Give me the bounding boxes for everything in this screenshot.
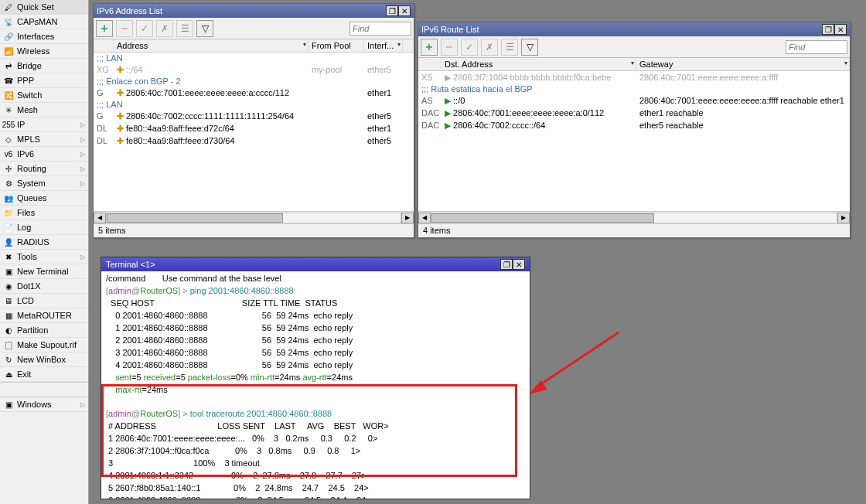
titlebar[interactable]: Terminal <1> ❐ ✕ (101, 257, 530, 271)
sidebar-icon: ⚙ (3, 178, 14, 189)
col-from-pool[interactable]: From Pool (309, 39, 364, 52)
route-icon: ▶ (445, 121, 451, 130)
enable-button[interactable]: ✓ (136, 20, 153, 37)
sidebar-label: Tools (17, 252, 80, 261)
restore-button[interactable]: ❐ (386, 5, 398, 16)
route-row[interactable]: DAC▶ 2806:40c:7002:cccc::/64ether5 reach… (418, 119, 850, 131)
sidebar-item[interactable]: ▣New Terminal (0, 264, 88, 279)
hscrollbar[interactable]: ◀▶ (418, 211, 850, 223)
chevron-right-icon: ▷ (80, 401, 85, 408)
address-row[interactable]: G✚ 2806:40c:7002:cccc:1111:1111:1111:254… (94, 110, 414, 122)
sidebar-item[interactable]: ✳Mesh (0, 103, 88, 117)
ping-header: SEQ HOST SIZE TTL TIME STATUS (106, 298, 337, 308)
sidebar-item[interactable]: 🔀Switch (0, 88, 88, 103)
sidebar-item[interactable]: 👥Queues (0, 191, 88, 206)
chevron-right-icon: ▷ (80, 254, 85, 261)
pool-cell (309, 115, 364, 117)
windows-icon: ▣ (3, 399, 14, 410)
sidebar-item[interactable]: 📶Wireless (0, 44, 88, 59)
sidebar-item[interactable]: 📋Make Supout.rif (0, 338, 88, 352)
pool-cell (309, 92, 364, 94)
sidebar-item[interactable]: ☎PPP (0, 73, 88, 88)
sidebar-icon: 📄 (3, 222, 14, 233)
sidebar-item[interactable]: ▦MetaROUTER (0, 308, 88, 323)
address-row[interactable]: DL✚ fe80::4aa9:8aff:feee:d730/64ether5 (94, 135, 414, 147)
close-button[interactable]: ✕ (398, 5, 411, 16)
comment-button[interactable]: ☰ (501, 39, 518, 56)
sidebar-item[interactable]: 🖥LCD (0, 294, 88, 308)
disable-button[interactable]: ✗ (481, 39, 498, 56)
close-button[interactable]: ✕ (513, 259, 525, 270)
row-comment: ;;; LAN (94, 99, 414, 110)
restore-button[interactable]: ❐ (500, 259, 513, 270)
col-address[interactable]: Address (114, 39, 309, 52)
remove-button[interactable]: − (441, 39, 458, 56)
address-row[interactable]: XG✚ ::/64my-poolether5 (94, 63, 414, 76)
sidebar-item[interactable]: ◐Partition (0, 323, 88, 338)
col-flags[interactable] (418, 58, 442, 70)
col-dst[interactable]: Dst. Address (442, 58, 636, 70)
route-icon: ▶ (445, 73, 451, 82)
sidebar-icon: ▦ (3, 310, 14, 321)
filter-button[interactable]: ▽ (196, 20, 213, 37)
sidebar-item[interactable]: ↻New WinBox (0, 352, 88, 367)
filter-button[interactable]: ▽ (521, 39, 538, 56)
sidebar-icon: 👥 (3, 192, 14, 203)
enable-button[interactable]: ✓ (461, 39, 478, 56)
add-button[interactable]: + (96, 20, 113, 37)
col-flags[interactable] (94, 39, 114, 52)
gateway-cell: 2806:40c:7001:eeee:eeee:eeee:a:ffff reac… (636, 95, 850, 106)
flag-cell: DL (94, 123, 114, 134)
sidebar-label: Wireless (17, 46, 85, 56)
col-gateway[interactable]: Gateway (636, 58, 850, 70)
disable-button[interactable]: ✗ (156, 20, 173, 37)
find-input[interactable] (349, 22, 411, 36)
find-input[interactable] (786, 40, 847, 54)
sidebar-label: CAPsMAN (17, 17, 85, 26)
address-row[interactable]: DL✚ fe80::4aa9:8aff:feee:d72c/64ether1 (94, 122, 414, 135)
route-row[interactable]: DAC▶ 2806:40c:7001:eeee:eeee:eeee:a:0/11… (418, 107, 850, 119)
sidebar-windows[interactable]: ▣ Windows ▷ (0, 397, 88, 412)
titlebar[interactable]: IPv6 Address List ❐ ✕ (94, 4, 414, 18)
sidebar-item[interactable]: 📄Log (0, 220, 88, 235)
address-row[interactable]: G✚ 2806:40c:7001:eeee:eeee:eeee:a:cccc/1… (94, 87, 414, 99)
restore-button[interactable]: ❐ (822, 24, 834, 35)
sidebar-item[interactable]: 🖊Quick Set (0, 0, 88, 15)
sidebar-item[interactable]: v6IPv6▷ (0, 147, 88, 162)
add-button[interactable]: + (421, 39, 438, 56)
hscrollbar[interactable]: ◀▶ (94, 211, 414, 223)
sidebar-label: Routing (17, 164, 80, 173)
sidebar-label: Mesh (17, 105, 85, 114)
sidebar-item[interactable]: ◉Dot1X (0, 279, 88, 294)
remove-button[interactable]: − (116, 20, 133, 37)
col-interface[interactable]: Interf... (364, 39, 403, 52)
sidebar-icon: ✢ (3, 163, 14, 174)
sidebar-icon: 📋 (3, 339, 14, 350)
terminal-output[interactable]: /command Use command at the base level [… (101, 271, 530, 499)
sidebar-icon: 📶 (3, 46, 14, 56)
chevron-right-icon: ▷ (80, 165, 85, 172)
address-grid[interactable]: Address From Pool Interf... ;;; LANXG✚ :… (94, 39, 414, 211)
sidebar-item[interactable]: ⚙System▷ (0, 176, 88, 191)
route-row[interactable]: XS▶ 2806:3f7:1004:bbbb:bbbb:bbbb:f0ca:be… (418, 71, 850, 83)
sidebar-item[interactable]: 📡CAPsMAN (0, 15, 88, 29)
sidebar-item[interactable]: 👤RADIUS (0, 235, 88, 250)
sidebar-item[interactable]: 255IP▷ (0, 117, 88, 132)
sidebar-item[interactable]: ✖Tools▷ (0, 250, 88, 264)
comment-button[interactable]: ☰ (176, 20, 193, 37)
sidebar-item[interactable]: ◇MPLS▷ (0, 132, 88, 147)
close-button[interactable]: ✕ (834, 24, 847, 35)
row-comment: ;;; Enlace con BGP - 2 (94, 76, 414, 87)
sidebar-item[interactable]: 🔗Interfaces (0, 29, 88, 44)
sidebar-item[interactable]: 📁Files (0, 206, 88, 220)
dst-cell: ▶ 2806:40c:7002:cccc::/64 (442, 120, 636, 131)
plus-icon: ✚ (117, 88, 124, 97)
sidebar-item[interactable]: ⏏Exit (0, 367, 88, 382)
route-grid[interactable]: Dst. Address Gateway XS▶ 2806:3f7:1004:b… (418, 58, 850, 211)
sidebar-item[interactable]: ✢Routing▷ (0, 162, 88, 176)
sidebar-item[interactable]: ⇄Bridge (0, 59, 88, 73)
titlebar[interactable]: IPv6 Route List ❐ ✕ (418, 22, 850, 36)
route-row[interactable]: AS▶ ::/02806:40c:7001:eeee:eeee:eeee:a:f… (418, 94, 850, 107)
sidebar-label: Switch (17, 90, 85, 100)
sidebar-label: System (17, 179, 80, 188)
